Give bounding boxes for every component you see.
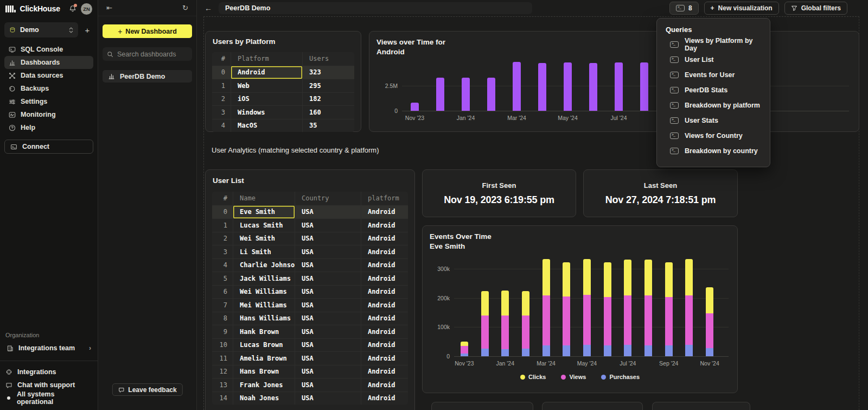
query-item[interactable]: Events for User	[657, 67, 770, 83]
collapse-panel-icon[interactable]: ⇤	[106, 4, 112, 12]
sidebar-item-sql-console[interactable]: SQL Console	[4, 43, 93, 56]
bar-segment-views	[481, 316, 489, 349]
dashboard-item-peerdb-demo[interactable]: PeerDB Demo	[103, 70, 192, 83]
query-item[interactable]: Breakdown by platform	[657, 98, 770, 113]
back-arrow-button[interactable]: ←	[203, 4, 213, 12]
footer-item-all-systems-operational[interactable]: All systems operational	[5, 392, 92, 405]
stacked-bar	[644, 260, 652, 356]
sidebar-item-monitoring[interactable]: Monitoring	[4, 108, 93, 121]
bar	[589, 63, 597, 111]
sidebar-item-data-sources[interactable]: Data sources	[4, 69, 93, 82]
query-item[interactable]: PeerDB Stats	[657, 83, 770, 98]
refresh-icon[interactable]: ↻	[182, 4, 188, 12]
workspace-name: Demo	[20, 26, 39, 34]
bar-slot	[631, 59, 657, 111]
bar-slot	[478, 59, 504, 111]
cell-name: Lucas Brown	[233, 339, 295, 352]
search-dashboards-input[interactable]	[117, 51, 188, 58]
legend-dot	[561, 375, 566, 380]
table-row[interactable]: 8Hans WilliamsUSAAndroid	[212, 312, 408, 325]
row-index: 13	[212, 379, 233, 392]
bar-segment-purchases	[624, 345, 631, 357]
query-item[interactable]: User Stats	[657, 113, 770, 128]
table-row[interactable]: 3Li SmithUSAAndroid	[212, 245, 408, 258]
plus-icon: +	[711, 4, 714, 12]
help-icon	[9, 124, 16, 131]
table-row[interactable]: 0Android323	[212, 66, 354, 79]
stacked-bar	[563, 262, 570, 356]
cell-users: 160	[302, 106, 354, 119]
connect-label: Connect	[22, 143, 49, 150]
cell-name: Hank Brown	[233, 325, 295, 338]
bar-slot	[556, 254, 577, 356]
table-row[interactable]: 2iOS182	[212, 92, 354, 106]
table-row[interactable]: 5Jack WilliamsUSAAndroid	[212, 272, 408, 285]
row-index: 0	[212, 66, 231, 79]
sidebar-item-label: SQL Console	[21, 46, 63, 53]
table-row[interactable]: 12Hans BrownUSAAndroid	[212, 365, 408, 379]
new-visualization-button[interactable]: + New visualization	[704, 2, 779, 15]
table-row[interactable]: 1Web295	[212, 79, 354, 92]
bar-segment-purchases	[644, 345, 652, 356]
table-row[interactable]: 4MacOS35	[212, 119, 354, 133]
table-row[interactable]: 0Eve SmithUSAAndroid	[212, 205, 408, 219]
table-header-row: #NameCountryplatform	[212, 192, 408, 205]
table-row[interactable]: 11Amelia BrownUSAAndroid	[212, 351, 408, 365]
query-item-label: User List	[685, 56, 714, 64]
new-dashboard-button[interactable]: + New Dashboard	[103, 24, 192, 38]
queries-count-button[interactable]: 8	[669, 2, 699, 15]
organization-team[interactable]: Integrations team ›	[5, 344, 92, 352]
dashboard-title-input[interactable]	[219, 2, 532, 14]
row-index: 12	[212, 365, 233, 379]
table-row[interactable]: 1Lucas SmithUSAAndroid	[212, 218, 408, 232]
cell-name: Jack Williams	[233, 272, 295, 285]
sidebar-item-help[interactable]: Help	[4, 121, 93, 134]
table-row[interactable]: 13Frank JonesUSAAndroid	[212, 378, 408, 392]
bar-slot	[638, 254, 659, 356]
query-item[interactable]: Views for Country	[657, 128, 770, 143]
table-row[interactable]: 3Windows160	[212, 105, 354, 119]
table-row[interactable]: 4Charlie JohnsonUSAAndroid	[212, 258, 408, 272]
sidebar-item-backups[interactable]: Backups	[4, 82, 93, 95]
query-item[interactable]: Breakdown by country	[657, 143, 770, 159]
cell-users: 295	[302, 79, 354, 92]
sidebar-item-dashboards[interactable]: Dashboards	[4, 56, 93, 69]
y-axis-tick: 0	[428, 353, 450, 359]
table-row[interactable]: 14Noah JonesUSAAndroid	[212, 392, 408, 405]
connect-icon	[10, 143, 17, 150]
cell-users: 323	[302, 66, 354, 79]
table-row[interactable]: 7Mei WilliamsUSAAndroid	[212, 298, 408, 312]
chart-legend: ClicksViewsPurchases	[423, 374, 737, 380]
queries-menu-items: Views by Platform by DayUser ListEvents …	[657, 37, 770, 159]
bar-segment-purchases	[461, 354, 468, 356]
connect-button[interactable]: Connect	[4, 140, 93, 154]
bar-segment-purchases	[706, 348, 713, 356]
query-item[interactable]: Views by Platform by Day	[657, 37, 770, 52]
sidebar-item-settings[interactable]: Settings	[4, 95, 93, 108]
workspace-row: Demo +	[4, 22, 93, 37]
leave-feedback-button[interactable]: Leave feedback	[112, 383, 182, 396]
dashboard-item-label: PeerDB Demo	[120, 73, 165, 80]
table-row[interactable]: 6Wei WilliamsUSAAndroid	[212, 285, 408, 299]
table-row[interactable]: 9Hank BrownUSAAndroid	[212, 325, 408, 338]
query-item[interactable]: User List	[657, 52, 770, 67]
table-row[interactable]: 2Wei SmithUSAAndroid	[212, 232, 408, 245]
table-row[interactable]: 10Lucas BrownUSAAndroid	[212, 338, 408, 352]
panel-stub	[542, 402, 643, 410]
workspace-select[interactable]: Demo	[4, 22, 78, 37]
row-index: 0	[212, 206, 233, 219]
footer-item-chat-with-support[interactable]: Chat with support	[5, 379, 92, 392]
row-index: 2	[212, 232, 233, 245]
new-dashboard-label: New Dashboard	[125, 28, 176, 35]
cell-name: Hans Williams	[233, 312, 295, 325]
last-seen-value: Nov 27, 2024 7:18:51 pm	[605, 194, 716, 206]
avatar[interactable]: ZN	[81, 3, 92, 15]
cell-platform: Android	[361, 245, 408, 258]
stacked-bar	[665, 262, 673, 356]
global-filters-button[interactable]: Global filters	[784, 2, 847, 15]
add-service-button[interactable]: +	[81, 26, 93, 35]
notifications-bell-icon[interactable]	[68, 4, 78, 14]
x-axis-tick: May '24	[577, 360, 597, 367]
bar-segment-views	[583, 295, 591, 344]
footer-item-integrations[interactable]: Integrations	[5, 365, 92, 379]
